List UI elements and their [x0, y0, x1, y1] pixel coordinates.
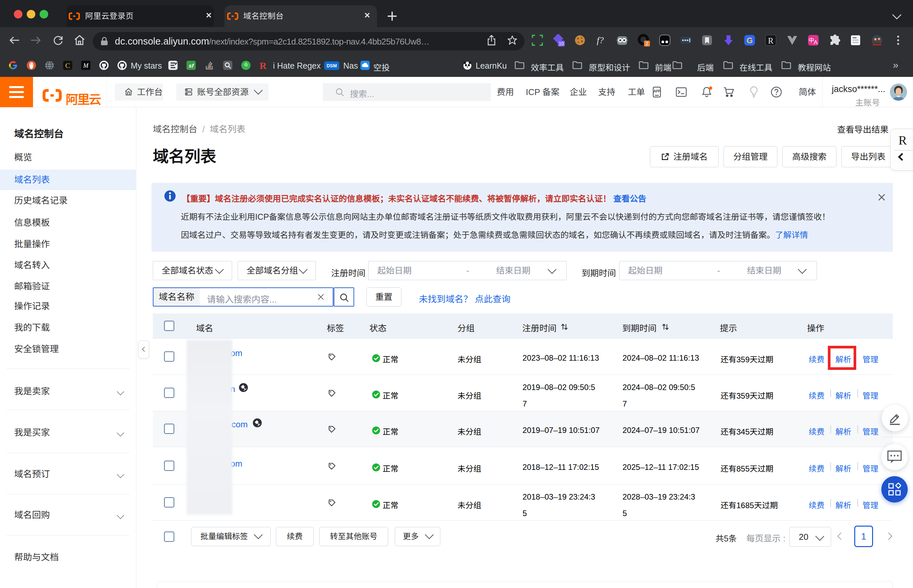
svg-text:sf: sf: [189, 63, 194, 69]
svg-text:R: R: [260, 60, 267, 71]
svg-text:10: 10: [559, 41, 564, 46]
svg-text:G: G: [747, 36, 753, 45]
svg-text:中: 中: [809, 36, 814, 44]
svg-text:A: A: [814, 39, 818, 45]
svg-text:APP: APP: [653, 89, 660, 93]
svg-text:2: 2: [646, 41, 648, 46]
svg-text:C: C: [65, 61, 70, 69]
svg-text:f?: f?: [597, 35, 604, 45]
svg-text:R: R: [768, 36, 774, 45]
svg-text:M: M: [83, 62, 89, 69]
